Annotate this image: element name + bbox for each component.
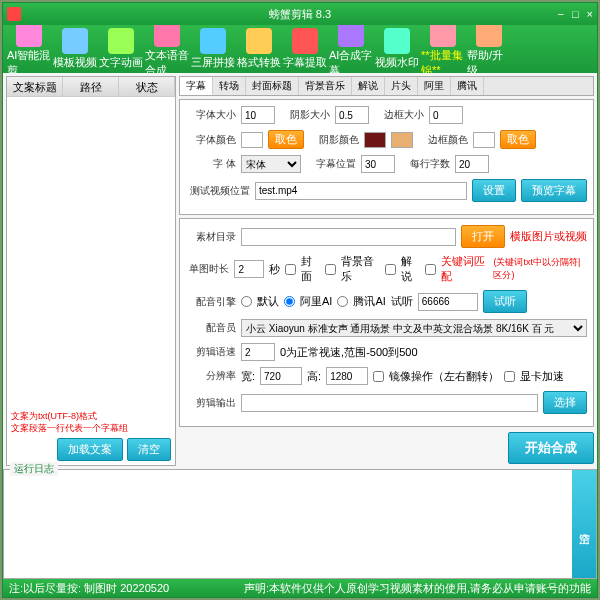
shadow-color-swatch2[interactable] xyxy=(391,132,413,148)
tool-AI智能混剪[interactable]: AI智能混剪 xyxy=(7,21,51,78)
dir-input[interactable] xyxy=(241,228,456,246)
font-label: 字 体 xyxy=(186,157,236,171)
test-input[interactable] xyxy=(255,182,467,200)
out-input[interactable] xyxy=(241,394,538,412)
tab-字幕[interactable]: 字幕 xyxy=(180,77,213,95)
font-color-swatch[interactable] xyxy=(241,132,263,148)
tab-转场[interactable]: 转场 xyxy=(213,77,246,95)
app-icon xyxy=(7,7,21,21)
tab-阿里[interactable]: 阿里 xyxy=(418,77,451,95)
tool-三屏拼接[interactable]: 三屏拼接 xyxy=(191,28,235,70)
col-文案标题[interactable]: 文案标题 xyxy=(7,77,63,96)
select-out-button[interactable]: 选择 xyxy=(543,391,587,414)
out-label: 剪辑输出 xyxy=(186,396,236,410)
mirror-checkbox[interactable] xyxy=(373,371,384,382)
subtitle-panel: 字体大小 阴影大小 边框大小 字体颜色 取色 阴影颜色 边框颜色 取色 xyxy=(179,99,594,215)
tool-**批量集锦**[interactable]: **批量集锦** xyxy=(421,21,465,78)
status-bar: 注:以后尽量按: 制图时 20220520 声明:本软件仅供个人原创学习视频素材… xyxy=(3,579,597,597)
load-script-button[interactable]: 加载文案 xyxy=(57,438,123,461)
tab-背景音乐[interactable]: 背景音乐 xyxy=(299,77,352,95)
width-input[interactable] xyxy=(260,367,302,385)
tab-腾讯[interactable]: 腾讯 xyxy=(451,77,484,95)
engine-ali-radio[interactable] xyxy=(284,296,295,307)
shadow-color-swatch[interactable] xyxy=(364,132,386,148)
res-label: 分辨率 xyxy=(186,369,236,383)
dir-hint: 横版图片或视频 xyxy=(510,229,587,244)
border-color-swatch[interactable] xyxy=(473,132,495,148)
voice-label: 配音员 xyxy=(186,321,236,335)
window-title: 螃蟹剪辑 8.3 xyxy=(269,7,331,22)
shadow-color-label: 阴影颜色 xyxy=(309,133,359,147)
footer-right: 声明:本软件仅供个人原创学习视频素材的使用,请务必从申请账号的功能 xyxy=(244,581,591,596)
start-compose-button[interactable]: 开始合成 xyxy=(508,432,594,464)
voice-checkbox[interactable] xyxy=(385,264,396,275)
font-size-input[interactable] xyxy=(241,106,275,124)
col-状态[interactable]: 状态 xyxy=(119,77,175,96)
engine-label: 配音引擎 xyxy=(186,295,236,309)
perline-label: 每行字数 xyxy=(400,157,450,171)
material-panel: 素材目录 打开 横版图片或视频 单图时长 秒 封面 背景音乐 解说 关键词匹配 … xyxy=(179,218,594,427)
border-color-pick[interactable]: 取色 xyxy=(500,130,536,149)
title-bar: 螃蟹剪辑 8.3 − □ × xyxy=(3,3,597,25)
bgm-checkbox[interactable] xyxy=(325,264,336,275)
clear-script-button[interactable]: 清空 xyxy=(127,438,171,461)
script-list-panel: 文案标题路径状态 文案为txt(UTF-8)格式 文案段落一行代表一个字幕组 加… xyxy=(6,76,176,466)
footer-left: 注:以后尽量按: 制图时 20220520 xyxy=(9,581,169,596)
tool-文本语音合成[interactable]: 文本语音合成 xyxy=(145,21,189,78)
open-dir-button[interactable]: 打开 xyxy=(461,225,505,248)
note-segment: 文案段落一行代表一个字幕组 xyxy=(11,422,171,434)
font-color-pick[interactable]: 取色 xyxy=(268,130,304,149)
shadow-size-label: 阴影大小 xyxy=(280,108,330,122)
tool-字幕提取[interactable]: 字幕提取 xyxy=(283,28,327,70)
font-select[interactable]: 宋体 xyxy=(241,155,301,173)
font-color-label: 字体颜色 xyxy=(186,133,236,147)
tool-格式转换[interactable]: 格式转换 xyxy=(237,28,281,70)
main-toolbar: AI智能混剪模板视频文字动画文本语音合成三屏拼接格式转换字幕提取AI合成字幕视频… xyxy=(3,25,597,73)
pos-input[interactable] xyxy=(361,155,395,173)
try-button[interactable]: 试听 xyxy=(483,290,527,313)
tool-AI合成字幕[interactable]: AI合成字幕 xyxy=(329,21,373,78)
dur-input[interactable] xyxy=(234,260,264,278)
runtime-title: 运行日志 xyxy=(10,462,58,476)
border-size-input[interactable] xyxy=(429,106,463,124)
height-input[interactable] xyxy=(326,367,368,385)
border-color-label: 边框颜色 xyxy=(418,133,468,147)
close-button[interactable]: × xyxy=(587,8,593,20)
tool-帮助/升级[interactable]: 帮助/升级 xyxy=(467,21,511,78)
tab-片头[interactable]: 片头 xyxy=(385,77,418,95)
preview-subtitle-button[interactable]: 预览字幕 xyxy=(521,179,587,202)
dur-unit: 秒 xyxy=(269,262,280,277)
tool-视频水印[interactable]: 视频水印 xyxy=(375,28,419,70)
gpu-checkbox[interactable] xyxy=(504,371,515,382)
dur-label: 单图时长 xyxy=(186,262,229,276)
set-button[interactable]: 设置 xyxy=(472,179,516,202)
minimize-button[interactable]: − xyxy=(557,8,563,20)
clear-log-button[interactable]: 清空 xyxy=(572,470,596,578)
engine-default-radio[interactable] xyxy=(241,296,252,307)
shadow-size-input[interactable] xyxy=(335,106,369,124)
perline-input[interactable] xyxy=(455,155,489,173)
dir-label: 素材目录 xyxy=(186,230,236,244)
tool-模板视频[interactable]: 模板视频 xyxy=(53,28,97,70)
script-list[interactable] xyxy=(7,97,175,406)
engine-tx-radio[interactable] xyxy=(337,296,348,307)
speed-input[interactable] xyxy=(241,343,275,361)
border-size-label: 边框大小 xyxy=(374,108,424,122)
runtime-log-panel: 运行日志 清空 xyxy=(3,469,597,579)
pos-label: 字幕位置 xyxy=(306,157,356,171)
speed-hint: 0为正常视速,范围-500到500 xyxy=(280,345,418,360)
font-size-label: 字体大小 xyxy=(186,108,236,122)
tool-文字动画[interactable]: 文字动画 xyxy=(99,28,143,70)
try-label: 试听 xyxy=(391,294,413,309)
tab-解说[interactable]: 解说 xyxy=(352,77,385,95)
kw-checkbox[interactable] xyxy=(425,264,436,275)
try-input[interactable] xyxy=(418,293,478,311)
cover-checkbox[interactable] xyxy=(285,264,296,275)
note-format: 文案为txt(UTF-8)格式 xyxy=(11,410,171,422)
col-路径[interactable]: 路径 xyxy=(63,77,119,96)
maximize-button[interactable]: □ xyxy=(572,8,579,20)
voice-select[interactable]: 小云 Xiaoyun 标准女声 通用场景 中文及中英文混合场景 8K/16K 百… xyxy=(241,319,587,337)
speed-label: 剪辑语速 xyxy=(186,345,236,359)
settings-tabs: 字幕转场封面标题背景音乐解说片头阿里腾讯 xyxy=(179,76,594,96)
tab-封面标题[interactable]: 封面标题 xyxy=(246,77,299,95)
